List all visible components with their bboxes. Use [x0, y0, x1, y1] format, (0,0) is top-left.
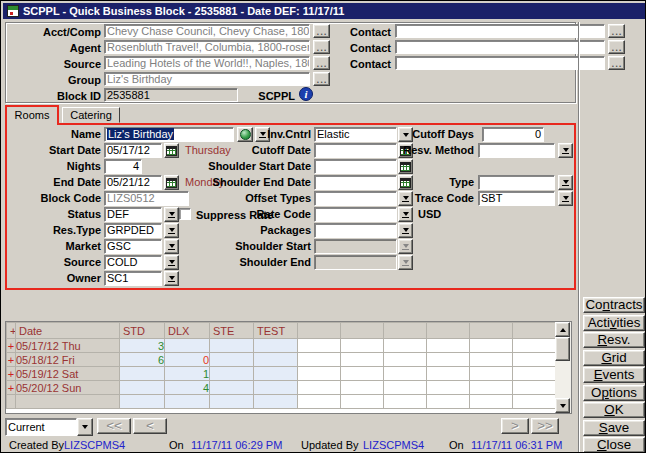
- scrollbar-thumb[interactable]: [555, 337, 570, 361]
- contracts-button[interactable]: Contracts: [583, 297, 645, 313]
- start-date-calendar-button[interactable]: [164, 143, 179, 158]
- contact1-lov-button[interactable]: ...: [608, 24, 625, 38]
- first-page-button[interactable]: <<: [97, 418, 131, 434]
- source-label: Source: [31, 58, 101, 71]
- resv-method-lov-button[interactable]: [558, 143, 573, 158]
- owner-lov-button[interactable]: [164, 271, 179, 286]
- dlx-cell[interactable]: 1: [165, 367, 210, 381]
- tab-catering[interactable]: Catering: [62, 107, 120, 123]
- grid-scrollbar[interactable]: [555, 322, 571, 413]
- test-cell[interactable]: [254, 353, 298, 367]
- acct-comp-lov-button[interactable]: ...: [313, 24, 330, 38]
- scroll-up-button[interactable]: [555, 322, 570, 337]
- type-lov-button[interactable]: [558, 175, 573, 190]
- source2-field[interactable]: COLD: [104, 255, 162, 270]
- row-expand-icon[interactable]: +: [7, 381, 16, 395]
- std-cell[interactable]: 6: [120, 353, 165, 367]
- grid-button[interactable]: Grid: [583, 350, 645, 366]
- ste-cell[interactable]: [210, 367, 254, 381]
- rate-code-lov-button[interactable]: [398, 207, 413, 222]
- dlx-cell[interactable]: 4: [165, 381, 210, 395]
- prev-page-button[interactable]: <: [133, 418, 167, 434]
- ok-button[interactable]: OK: [583, 402, 645, 418]
- options-button[interactable]: Options: [583, 385, 645, 401]
- close-button[interactable]: Close: [583, 437, 645, 453]
- shoulder-start-field: [314, 239, 397, 254]
- cutoff-days-field[interactable]: 0: [482, 127, 544, 142]
- calendar-icon: [166, 178, 177, 188]
- group-lov-button[interactable]: ...: [313, 72, 330, 86]
- activities-button[interactable]: Activities: [583, 315, 645, 331]
- test-cell[interactable]: [254, 367, 298, 381]
- trace-code-lov-button[interactable]: [558, 191, 573, 206]
- packages-field[interactable]: [314, 223, 397, 238]
- res-type-lov-button[interactable]: [164, 223, 179, 238]
- rooms-grid: + Date STD DLX STE TEST + 05/17/12 Thu 3…: [5, 321, 572, 414]
- std-cell[interactable]: [120, 367, 165, 381]
- group-field[interactable]: Liz's Birthday: [104, 72, 310, 86]
- source2-lov-button[interactable]: [164, 255, 179, 270]
- info-icon[interactable]: i: [299, 87, 313, 101]
- scroll-down-button[interactable]: [555, 398, 570, 413]
- last-page-button[interactable]: >>: [531, 418, 559, 434]
- contact3-field[interactable]: [395, 56, 605, 70]
- date-cell: 05/17/12 Thu: [16, 339, 120, 353]
- market-field[interactable]: GSC: [104, 239, 162, 254]
- shoulder-start-date-field[interactable]: [314, 159, 397, 174]
- nights-field[interactable]: 4: [104, 159, 142, 174]
- test-cell[interactable]: [254, 339, 298, 353]
- view-dropdown-button[interactable]: [77, 418, 93, 436]
- shoulder-start-date-label: Shoulder Start Date: [201, 160, 311, 173]
- col-header-date: Date: [16, 323, 120, 339]
- ste-cell[interactable]: [210, 381, 254, 395]
- source-field[interactable]: Leading Hotels of the World!!, Naples, 1…: [104, 56, 310, 70]
- type-field[interactable]: [478, 175, 555, 190]
- resv-method-field[interactable]: [478, 143, 555, 158]
- status-lov-button[interactable]: [164, 207, 179, 222]
- start-date-field[interactable]: 05/17/12: [104, 143, 162, 158]
- agent-field[interactable]: Rosenbluth Travel!, Columbia, 1800-roser: [104, 40, 310, 54]
- owner-label: Owner: [11, 272, 101, 285]
- agent-lov-button[interactable]: ...: [313, 40, 330, 54]
- test-cell[interactable]: [254, 381, 298, 395]
- std-cell[interactable]: 3: [120, 339, 165, 353]
- next-page-button[interactable]: >: [501, 418, 529, 434]
- contact3-label: Contact: [347, 58, 391, 71]
- end-date-calendar-button[interactable]: [164, 175, 179, 190]
- std-cell[interactable]: [120, 381, 165, 395]
- source-lov-button[interactable]: ...: [313, 56, 330, 70]
- shoulder-start-date-calendar-button[interactable]: [398, 159, 413, 174]
- res-type-field[interactable]: GRPDED: [104, 223, 162, 238]
- contact2-lov-button[interactable]: ...: [608, 40, 625, 54]
- resv-button[interactable]: Resv.: [583, 332, 645, 348]
- view-select[interactable]: Current: [5, 418, 77, 436]
- cutoff-days-label: Cutoff Days: [361, 128, 474, 141]
- rate-code-field[interactable]: [314, 207, 397, 222]
- contact3-lov-button[interactable]: ...: [608, 56, 625, 70]
- market-lov-button[interactable]: [164, 239, 179, 254]
- row-expand-icon[interactable]: +: [7, 353, 16, 367]
- dlx-cell[interactable]: [165, 339, 210, 353]
- status-field[interactable]: DEF: [104, 207, 162, 222]
- packages-lov-button[interactable]: [398, 223, 413, 238]
- events-button[interactable]: Events: [583, 367, 645, 383]
- row-expand-icon[interactable]: +: [7, 323, 16, 339]
- dlx-cell[interactable]: 0: [165, 353, 210, 367]
- row-expand-icon[interactable]: +: [7, 339, 16, 353]
- suppress-rate-checkbox[interactable]: [179, 208, 191, 220]
- acct-comp-field[interactable]: Chevy Chase Council, Chevy Chase, 1800: [104, 24, 310, 38]
- row-expand-icon[interactable]: +: [7, 367, 16, 381]
- contact2-field[interactable]: [395, 40, 605, 54]
- owner-field[interactable]: SC1: [104, 271, 162, 286]
- block-id-label: Block ID: [31, 90, 101, 103]
- title-bar[interactable]: SCPPL - Quick Business Block - 2535881 -…: [3, 3, 645, 19]
- save-button[interactable]: Save: [583, 420, 645, 436]
- window-title: SCPPL - Quick Business Block - 2535881 -…: [23, 3, 344, 19]
- col-header-ste: STE: [210, 323, 254, 339]
- end-date-field[interactable]: 05/21/12: [104, 175, 162, 190]
- ste-cell[interactable]: [210, 339, 254, 353]
- contact1-field[interactable]: [395, 24, 605, 38]
- ste-cell[interactable]: [210, 353, 254, 367]
- tab-rooms[interactable]: Rooms: [5, 105, 59, 125]
- trace-code-field[interactable]: SBT: [478, 191, 555, 206]
